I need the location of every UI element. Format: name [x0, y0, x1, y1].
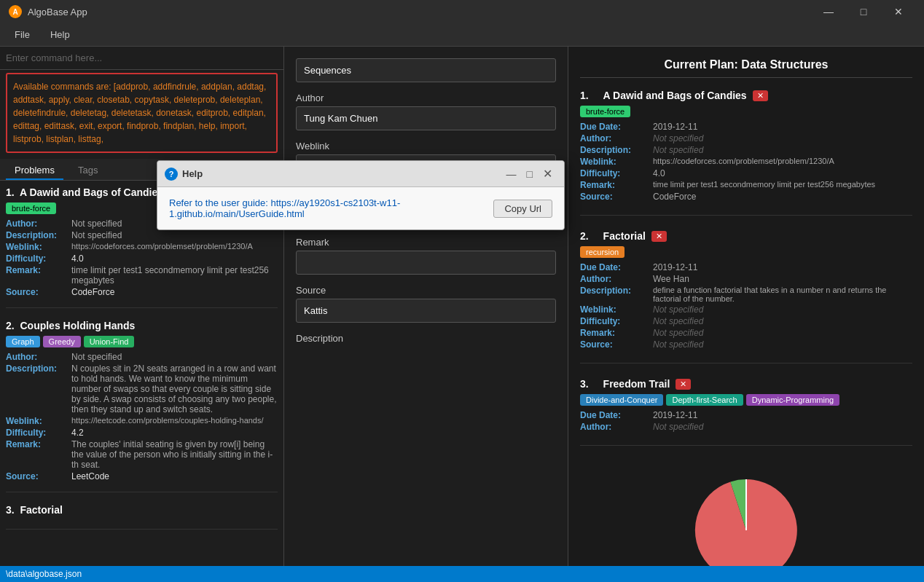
- form-description-label: Description: [296, 333, 556, 344]
- plan-header: Current Plan: Data Structures: [580, 58, 912, 78]
- form-title-input[interactable]: [296, 58, 556, 82]
- problem-field-web-2: Weblink: https://leetcode.com/problems/c…: [6, 416, 278, 426]
- close-button[interactable]: ✕: [882, 0, 915, 23]
- plan-field-web-2: Weblink: Not specified: [580, 304, 912, 315]
- help-title: Help: [182, 168, 203, 179]
- command-input[interactable]: [6, 52, 278, 63]
- statusbar-text: \data\algobase.json: [6, 569, 82, 579]
- maximize-button[interactable]: □: [847, 0, 880, 23]
- minimize-button[interactable]: —: [812, 0, 845, 23]
- plan-problem-3: 3. Freedom Trail ✕ Divide-and-Conquer De…: [580, 378, 912, 446]
- plan-field-due-2: Due Date: 2019-12-11: [580, 262, 912, 272]
- form-description-group: Description: [296, 333, 556, 344]
- plan-tags-3: Divide-and-Conquer Depth-first-Search Dy…: [580, 394, 912, 406]
- form-author-label: Author: [296, 93, 556, 103]
- plan-field-author-2: Author: Wee Han: [580, 274, 912, 284]
- plan-field-desc-2: Description: define a function factorial…: [580, 286, 912, 303]
- middle-right-layout: Author Weblink Difficulty Remark Source …: [284, 47, 924, 582]
- help-dialog-titlebar: ? Help — □ ✕: [157, 161, 564, 187]
- form-author-group: Author: [296, 93, 556, 130]
- help-maximize-button[interactable]: □: [522, 165, 537, 182]
- plan-field-due-3: Due Date: 2019-12-11: [580, 410, 912, 420]
- form-weblink-label: Weblink: [296, 141, 556, 152]
- app-icon: A: [9, 5, 22, 18]
- plan-tags-2: recursion: [580, 246, 912, 258]
- problem-field-rem-1: Remark: time limit per test1 secondmemor…: [6, 265, 278, 286]
- form-panel: Author Weblink Difficulty Remark Source …: [284, 47, 568, 582]
- problem-field-rem-2: Remark: The couples' initial seating is …: [6, 439, 278, 470]
- problems-list: 1. A Dawid and Bags of Candies brute-for…: [0, 181, 283, 582]
- form-author-input[interactable]: [296, 106, 556, 130]
- tag-greedy-2[interactable]: Greedy: [43, 336, 81, 347]
- plan-problem-title-3: 3. Freedom Trail ✕: [580, 378, 912, 390]
- remove-plan-3-button[interactable]: ✕: [676, 379, 691, 390]
- form-remark-input[interactable]: [296, 251, 556, 275]
- help-body: Refer to the user guide: https://ay1920s…: [157, 187, 564, 229]
- copy-url-button[interactable]: Copy Url: [493, 200, 552, 218]
- plan-field-web-1: Weblink: https://codeforces.com/problems…: [580, 157, 912, 167]
- problem-title-3: 3. Factorial: [6, 504, 278, 516]
- tag-union-find-2[interactable]: Union-Find: [84, 336, 135, 347]
- command-output: Available commands are: [addprob, addfin…: [6, 73, 278, 153]
- titlebar-left: A AlgoBase App: [9, 5, 87, 18]
- plan-field-author-3: Author: Not specified: [580, 422, 912, 432]
- plan-field-desc-1: Description: Not specified: [580, 145, 912, 155]
- tab-problems[interactable]: Problems: [6, 162, 63, 180]
- menu-file[interactable]: File: [6, 26, 39, 43]
- problem-field-diff-2: Difficulty: 4.2: [6, 428, 278, 438]
- tab-tags[interactable]: Tags: [69, 162, 106, 180]
- problem-field-web-1: Weblink: https://codeforces.com/problems…: [6, 242, 278, 252]
- titlebar-controls: — □ ✕: [812, 0, 915, 23]
- help-close-button[interactable]: ✕: [539, 165, 557, 182]
- plan-field-due-1: Due Date: 2019-12-11: [580, 122, 912, 132]
- tag-brute-force-1[interactable]: brute-force: [6, 202, 56, 214]
- plan-tag-brute-1[interactable]: brute-force: [580, 106, 630, 117]
- form-title-group: [296, 58, 556, 82]
- help-titlebar-controls: — □ ✕: [502, 165, 557, 182]
- plan-tag-recursion-2[interactable]: recursion: [580, 246, 625, 258]
- problem-item-2: 2. Couples Holding Hands Graph Greedy Un…: [6, 320, 278, 492]
- form-source-label: Source: [296, 285, 556, 296]
- help-dialog: ? Help — □ ✕ Refer to the user guide: ht…: [157, 160, 565, 230]
- plan-field-rem-2: Remark: Not specified: [580, 328, 912, 338]
- help-minimize-button[interactable]: —: [502, 165, 521, 182]
- problem-field-author-2: Author: Not specified: [6, 352, 278, 362]
- plan-problem-title-2: 2. Factorial ✕: [580, 230, 912, 242]
- main-layout: Available commands are: [addprob, addfin…: [0, 47, 924, 582]
- problem-field-src-1: Source: CodeForce: [6, 287, 278, 297]
- form-source-input[interactable]: [296, 299, 556, 323]
- remove-plan-2-button[interactable]: ✕: [651, 231, 667, 242]
- problem-field-desc-1: Description: Not specified: [6, 230, 278, 240]
- plan-problem-2: 2. Factorial ✕ recursion Due Date: 2019-…: [580, 230, 912, 363]
- help-icon: ?: [165, 168, 178, 181]
- plan-tag-divide-3[interactable]: Divide-and-Conquer: [580, 394, 663, 406]
- plan-tag-dp-3[interactable]: Dynamic-Programming: [746, 394, 839, 406]
- plan-field-diff-2: Difficulty: Not specified: [580, 316, 912, 326]
- tag-graph-2[interactable]: Graph: [6, 336, 40, 347]
- plan-field-src-2: Source: Not specified: [580, 339, 912, 350]
- plan-tag-dfs-3[interactable]: Depth-first-Search: [666, 394, 743, 406]
- command-input-area: [0, 47, 283, 70]
- problem-tags-2: Graph Greedy Union-Find: [6, 336, 278, 347]
- plan-problem-1: 1. A Dawid and Bags of Candies ✕ brute-f…: [580, 90, 912, 216]
- form-remark-label: Remark: [296, 237, 556, 248]
- problem-item-3: 3. Factorial: [6, 504, 278, 530]
- left-panel: Available commands are: [addprob, addfin…: [0, 47, 284, 582]
- pie-chart-container: Done Undone: [580, 460, 912, 582]
- statusbar: \data\algobase.json: [0, 566, 924, 582]
- help-link: Refer to the user guide: https://ay1920s…: [169, 197, 486, 219]
- plan-field-rem-1: Remark: time limit per test1 secondmemor…: [580, 180, 912, 190]
- problem-title-2: 2. Couples Holding Hands: [6, 320, 278, 331]
- plan-field-author-1: Author: Not specified: [580, 133, 912, 143]
- form-remark-group: Remark: [296, 237, 556, 275]
- menubar: File Help: [0, 23, 924, 47]
- problem-field-src-2: Source: LeetCode: [6, 471, 278, 481]
- plan-tags-1: brute-force: [580, 106, 912, 117]
- help-titlebar-left: ? Help: [165, 168, 203, 181]
- titlebar: A AlgoBase App — □ ✕: [0, 0, 924, 23]
- plan-panel: Current Plan: Data Structures 1. A Dawid…: [568, 47, 924, 582]
- form-source-group: Source: [296, 285, 556, 323]
- remove-plan-1-button[interactable]: ✕: [753, 90, 768, 101]
- menu-help[interactable]: Help: [42, 26, 79, 43]
- plan-problem-title-1: 1. A Dawid and Bags of Candies ✕: [580, 90, 912, 101]
